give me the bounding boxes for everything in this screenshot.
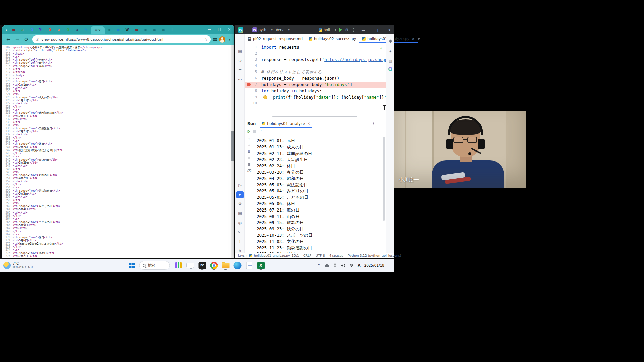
line-number[interactable]: 217 (2, 71, 10, 74)
code-line[interactable]: 5# 休日をリストとして表示する (245, 69, 386, 75)
browser-tab[interactable]: G (27, 26, 36, 34)
wifi-icon[interactable] (349, 264, 354, 267)
code-line[interactable]: 6response_body = response.json() (245, 75, 386, 82)
line-number[interactable]: 262 (2, 211, 10, 214)
browser-tab[interactable]: m (9, 26, 18, 34)
line-number[interactable]: 264 (2, 217, 10, 220)
speaker-icon[interactable] (341, 263, 345, 268)
line-number[interactable]: 271 (2, 239, 10, 242)
explorer-app-icon[interactable] (221, 260, 230, 271)
browser-scrollbar[interactable] (231, 45, 234, 258)
editor-tab[interactable]: holidays02_success.py (306, 34, 359, 43)
line-number[interactable]: 225 (2, 96, 10, 99)
problems-tool-icon[interactable]: ! (235, 238, 245, 245)
line-number[interactable]: 275 (2, 252, 10, 255)
line-number[interactable]: 9 (245, 94, 261, 101)
line-number[interactable]: 6 (245, 75, 261, 82)
code-line[interactable]: 7holidays = response_body['holidays'] (245, 82, 386, 88)
browser-app-icon[interactable] (233, 260, 242, 271)
cloud-icon[interactable] (324, 263, 329, 267)
reload-button[interactable]: ⟳ (23, 37, 30, 42)
browser-tab[interactable]: a (18, 26, 27, 34)
line-number[interactable]: 266 (2, 224, 10, 227)
line-number[interactable]: 233 (2, 121, 10, 124)
code-editor[interactable]: 1import requests23response = requests.ge… (245, 43, 386, 119)
code-line[interactable]: 9print(f'{holiday["date"]}: {holiday["na… (245, 94, 386, 101)
browser-tab[interactable]: ◉ (105, 26, 114, 34)
line-number[interactable]: 267 (2, 227, 10, 230)
breakpoint-icon[interactable] (247, 83, 251, 86)
browser-tab[interactable]: ● (150, 26, 159, 34)
chrome-menu-icon[interactable]: ⋮ (228, 37, 232, 42)
line-number[interactable]: 220 (2, 80, 10, 83)
line-number[interactable]: 255 (2, 189, 10, 192)
profile-avatar[interactable] (219, 36, 225, 43)
browser-tab[interactable]: ✎ (82, 26, 91, 34)
line-number[interactable]: 243 (2, 152, 10, 155)
tray-overflow-icon[interactable]: ^ (318, 264, 320, 267)
structure-tool-icon[interactable]: ≡ (235, 67, 245, 74)
line-number[interactable]: 226 (2, 99, 10, 102)
line-number[interactable]: 249 (2, 171, 10, 174)
browser-scrollbar-thumb[interactable] (231, 131, 234, 161)
extensions-icon[interactable] (213, 38, 217, 41)
bookmark-star-icon[interactable]: ☆ (204, 37, 207, 42)
gradient-plugin-icon[interactable] (388, 67, 392, 71)
vcs-branch-widget[interactable]: Vers... ▼ (276, 28, 290, 32)
line-number[interactable]: 222 (2, 86, 10, 89)
line-number[interactable]: 211 (2, 52, 10, 55)
line-number[interactable]: 4 (245, 63, 261, 69)
status-item[interactable]: UTF-8 (316, 254, 325, 257)
line-number[interactable]: 229 (2, 108, 10, 111)
url-text[interactable]: view-source:https://www8.cao.go.jp/chose… (41, 37, 163, 42)
line-number[interactable]: 254 (2, 186, 10, 189)
line-number[interactable]: 274 (2, 248, 10, 251)
line-number[interactable]: 253 (2, 183, 10, 186)
chrome-window[interactable]: ∨ maGY!GaGa✎▤×◉▦Wm◉●● + — □ × ← → ⟳ ⓘ vi… (2, 25, 234, 258)
line-number[interactable]: 276 (2, 255, 10, 258)
line-number[interactable]: 218 (2, 74, 10, 77)
line-number[interactable]: 227 (2, 102, 10, 105)
line-number[interactable]: 252 (2, 180, 10, 183)
line-number[interactable]: 231 (2, 115, 10, 118)
browser-tab-active[interactable]: ▤× (91, 26, 105, 34)
hidden-tabs-icon[interactable]: ▼ (418, 37, 420, 41)
status-item[interactable]: 4 spaces (329, 254, 343, 257)
settings-gear-icon[interactable]: ⚙ (345, 28, 348, 32)
browser-tab[interactable]: ◉ (141, 26, 150, 34)
minimize-button[interactable]: — (358, 25, 368, 34)
browser-tab[interactable]: G (45, 26, 54, 34)
document-app-icon[interactable] (245, 260, 254, 271)
status-item[interactable]: 10:1 (292, 254, 299, 257)
tab-options-icon[interactable]: ⋮ (423, 37, 427, 41)
main-menu-icon[interactable]: ≡ (246, 28, 249, 32)
clear-console-icon[interactable]: ⌫ (245, 169, 253, 173)
minimize-button[interactable]: — (204, 25, 214, 33)
browser-tab[interactable]: W (123, 26, 132, 34)
line-number[interactable]: 268 (2, 230, 10, 233)
screen-monitor-app-icon[interactable] (186, 260, 195, 271)
services-tool-icon[interactable]: ◎ (235, 220, 245, 226)
colored-bars-app-icon[interactable] (174, 260, 183, 271)
close-button[interactable]: × (224, 25, 234, 33)
browser-tab[interactable]: G (63, 26, 72, 34)
new-tab-button[interactable]: + (168, 27, 176, 32)
line-number[interactable]: 259 (2, 202, 10, 205)
url-bar[interactable]: ⓘ view-source:https://www8.cao.go.jp/cho… (32, 35, 211, 43)
run-console-output[interactable]: 2025-01-01: 元日2025-01-13: 成人の日2025-02-11… (253, 136, 386, 253)
line-number[interactable]: 257 (2, 195, 10, 198)
line-number[interactable]: 236 (2, 130, 10, 133)
start-button[interactable] (129, 263, 135, 268)
line-number[interactable]: 7 (245, 82, 261, 88)
code-line[interactable]: 8for holiday in holidays: (245, 88, 386, 94)
scroll-to-top-icon[interactable]: ↑ (245, 137, 253, 141)
line-number[interactable]: 242 (2, 149, 10, 152)
line-number[interactable]: 273 (2, 245, 10, 248)
scroll-to-end-icon[interactable]: ≡ (245, 156, 253, 160)
line-number[interactable]: 223 (2, 89, 10, 93)
line-number[interactable]: 8 (245, 88, 261, 94)
browser-tab[interactable]: Y! (36, 26, 45, 34)
maximize-button[interactable]: □ (214, 25, 224, 33)
console-scrollbar-thumb[interactable] (383, 137, 385, 221)
print-icon[interactable]: ⊞ (245, 163, 253, 166)
